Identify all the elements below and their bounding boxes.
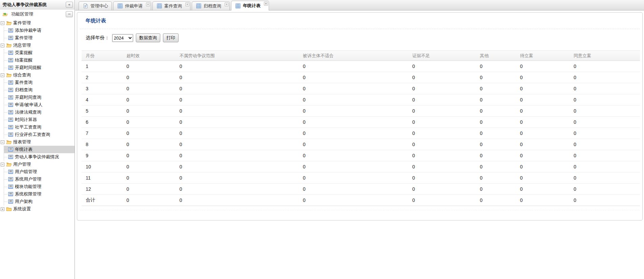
- tree-connector: [4, 172, 7, 172]
- report-document-icon: [7, 57, 14, 63]
- tab[interactable]: 归档查询 ×: [192, 1, 230, 10]
- tree-leaf-row[interactable]: 结案提醒: [4, 56, 75, 64]
- tree-toggle-icon[interactable]: −: [1, 163, 4, 166]
- tree-folder-node: − 消息管理 受案提醒: [1, 42, 75, 71]
- tree-folder-label: 综合查询: [13, 72, 31, 78]
- folder-go-icon: [2, 11, 8, 17]
- tab-close-icon[interactable]: ×: [264, 2, 268, 6]
- table-cell: 0: [175, 184, 299, 195]
- tree-connector: [4, 202, 7, 202]
- table-cell: 0: [569, 139, 640, 150]
- tree-toggle-icon[interactable]: −: [1, 44, 4, 47]
- table-cell: 3: [82, 83, 122, 94]
- sidebar-minimize-icon[interactable]: −: [66, 11, 73, 17]
- tree-leaf-row[interactable]: 开庭时间提醒: [4, 64, 75, 71]
- table-cell: 0: [476, 61, 516, 72]
- table-row: 90000000: [82, 150, 640, 161]
- tree-leaf-row[interactable]: 法律法规查询: [4, 109, 75, 116]
- tree-leaf-row[interactable]: 用户架构: [4, 198, 75, 205]
- tab-close-icon[interactable]: ×: [146, 2, 150, 6]
- table-cell: 0: [122, 72, 175, 83]
- tree-leaf-row[interactable]: 模块功能管理: [4, 183, 75, 190]
- table-cell: 0: [175, 128, 299, 139]
- tree-leaf-row[interactable]: 受案提醒: [4, 49, 75, 56]
- tree-leaf-label: 用户架构: [15, 199, 33, 205]
- sidebar-collapse-icon[interactable]: «: [66, 2, 73, 8]
- tree-folder-row[interactable]: − 案件管理: [1, 19, 75, 27]
- tree-folder-node: − 报表管理 年统计表: [1, 138, 75, 161]
- tree-leaf-row[interactable]: 行业评价工资查询: [4, 131, 75, 138]
- table-cell: 0: [299, 172, 408, 184]
- table-cell: 0: [569, 172, 640, 184]
- tab-close-icon[interactable]: ×: [185, 2, 189, 6]
- table-cell: 0: [476, 184, 516, 195]
- tree-folder-row[interactable]: − 报表管理: [1, 138, 75, 146]
- table-cell: 0: [516, 184, 569, 195]
- tree-leaf-label: 案件查询: [15, 79, 33, 86]
- tree-leaf-row[interactable]: 添加仲裁申请: [4, 27, 75, 34]
- report-document-icon: [7, 191, 14, 197]
- tree-folder-row[interactable]: − 消息管理: [1, 42, 75, 49]
- table-header-row: 月份超时效不属劳动争议范围被诉主体不适合证据不足其他待立案同意立案: [82, 51, 640, 61]
- tab[interactable]: 仲裁申请 ×: [113, 1, 151, 10]
- tab[interactable]: 年统计表 ×: [231, 1, 269, 10]
- table-row: 100000000: [82, 161, 640, 172]
- table-cell: 0: [569, 128, 640, 139]
- table-cell: 0: [408, 150, 476, 161]
- tree-leaf-row[interactable]: 劳动人事争议仲裁情况: [4, 153, 75, 161]
- table-cell: 0: [175, 106, 299, 117]
- table-cell: 0: [408, 139, 476, 150]
- tree-folder-row[interactable]: − 用户管理: [1, 161, 75, 168]
- tree-connector: [4, 112, 7, 113]
- tree-leaf-row[interactable]: 时间计算器: [4, 116, 75, 123]
- sidebar: 劳动人事争议仲裁系统 « 功能区管理 − −: [0, 0, 75, 279]
- tree-leaf-label: 行业评价工资查询: [15, 132, 50, 138]
- report-document-icon: [7, 184, 14, 189]
- tree-toggle-icon[interactable]: +: [1, 207, 4, 211]
- folder-icon: [6, 72, 12, 78]
- query-button[interactable]: 数据查询: [136, 33, 160, 42]
- table-cell: 0: [299, 139, 408, 150]
- tree-leaf-row[interactable]: 用户组管理: [4, 168, 75, 176]
- grid-icon: [118, 3, 123, 8]
- table-cell: 0: [175, 195, 299, 206]
- year-select[interactable]: 2024: [112, 34, 133, 42]
- page-title: 年统计表: [86, 18, 642, 24]
- table-cell: 0: [408, 172, 476, 184]
- folder-icon: [6, 139, 12, 145]
- table-cell: 0: [122, 117, 175, 128]
- tree-leaf-row[interactable]: 系统权限管理: [4, 190, 75, 198]
- tree-folder-label: 报表管理: [13, 139, 31, 145]
- table-cell: 0: [569, 106, 640, 117]
- report-document-icon: [7, 199, 14, 204]
- tree-leaf-row[interactable]: 开庭时间查询: [4, 94, 75, 101]
- tree-leaf-row[interactable]: 案件管理: [4, 34, 75, 42]
- print-button[interactable]: 打印: [163, 33, 179, 42]
- tree-leaf-row[interactable]: 社平工资查询: [4, 123, 75, 131]
- table-cell: 0: [516, 61, 569, 72]
- tree-connector: [4, 194, 7, 194]
- tab[interactable]: 案件查询 ×: [152, 1, 190, 10]
- tab[interactable]: 管理中心: [79, 1, 112, 10]
- table-cell: 0: [569, 150, 640, 161]
- tree-leaf-row[interactable]: 系统用户管理: [4, 176, 75, 183]
- tab-close-icon[interactable]: ×: [225, 2, 229, 6]
- tree-leaf-row[interactable]: 归档查询: [4, 86, 75, 94]
- table-cell: 2: [82, 72, 122, 83]
- tree-toggle-icon[interactable]: −: [1, 140, 4, 144]
- table-cell: 0: [175, 150, 299, 161]
- tree-leaf-row[interactable]: 申请/被申请人: [4, 101, 75, 109]
- tree-toggle-icon[interactable]: −: [1, 21, 4, 25]
- tree-leaf-row[interactable]: 案件查询: [4, 79, 75, 86]
- tree-folder-row[interactable]: − 综合查询: [1, 71, 75, 79]
- table-cell: 6: [82, 117, 122, 128]
- table-cell: 0: [476, 172, 516, 184]
- table-cell: 0: [408, 61, 476, 72]
- tree-leaf-row[interactable]: 年统计表: [4, 146, 75, 153]
- tree-leaf-label: 时间计算器: [15, 117, 37, 123]
- tree-leaf-label: 结案提醒: [15, 57, 33, 63]
- tree-toggle-icon[interactable]: −: [1, 73, 4, 77]
- report-document-icon: [7, 177, 14, 182]
- table-cell: 0: [569, 61, 640, 72]
- tree-folder-row[interactable]: + 系统设置: [1, 205, 75, 213]
